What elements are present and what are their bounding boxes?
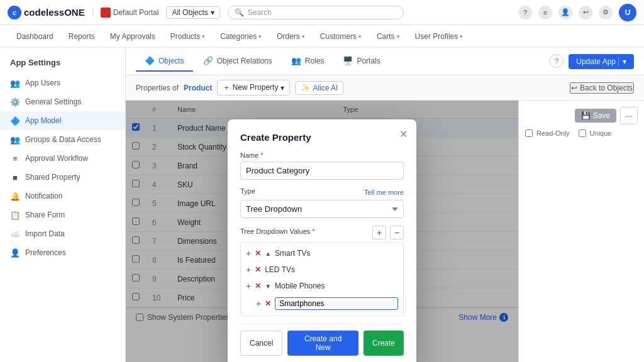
- tab-roles[interactable]: 👥 Roles: [282, 51, 333, 72]
- sidebar-item-app-model[interactable]: 🔷 App Model: [0, 111, 125, 130]
- update-app-label: Update App: [576, 57, 616, 66]
- tree-item-smart-tvs: + ✕ ▲ Smart TVs: [241, 245, 403, 261]
- nav-orders-chevron: ▾: [302, 33, 305, 40]
- tree-item-x-0[interactable]: ✕: [255, 249, 261, 258]
- sidebar-item-import-data[interactable]: ☁️ Import Data: [0, 224, 125, 243]
- nav-carts[interactable]: Carts▾: [370, 28, 406, 45]
- sidebar-label-import-data: Import Data: [25, 229, 65, 238]
- sidebar-item-general-settings[interactable]: ⚙️ General Settings: [0, 92, 125, 111]
- modal-title: Create Property: [240, 132, 404, 143]
- tab-object-relations[interactable]: 🔗 Object Relations: [194, 51, 281, 72]
- new-property-button[interactable]: ＋ New Property ▾: [217, 80, 290, 96]
- save-label: Save: [593, 111, 610, 120]
- tree-item-input-smartphones[interactable]: [275, 297, 398, 310]
- tree-label-row: Tree Dropdown Values * + −: [240, 226, 404, 239]
- groups-data-access-icon: 👥: [10, 134, 20, 145]
- sidebar-item-app-users[interactable]: 👥 App Users: [0, 74, 125, 92]
- sidebar-label-approval-workflow: Approval Workflow: [25, 154, 88, 163]
- tree-item-plus-3[interactable]: +: [256, 299, 261, 309]
- tab-portals[interactable]: 🖥️ Portals: [334, 51, 389, 72]
- portal-icon: [101, 8, 111, 18]
- read-only-checkbox[interactable]: [525, 129, 533, 137]
- sidebar-label-app-model: App Model: [25, 116, 61, 125]
- content-area: 🔷 Objects 🔗 Object Relations 👥 Roles 🖥️ …: [126, 48, 644, 362]
- nav-user-profiles[interactable]: User Profiles▾: [409, 28, 470, 45]
- nav-my-approvals[interactable]: My Approvals: [104, 28, 162, 45]
- unique-checkbox[interactable]: [579, 129, 586, 137]
- modal-close-button[interactable]: ✕: [399, 128, 408, 140]
- nav-reports[interactable]: Reports: [62, 28, 101, 45]
- nav-dashboard[interactable]: Dashboard: [10, 28, 60, 45]
- tree-item-smartphones: + ✕: [241, 294, 403, 313]
- tree-item-x-2[interactable]: ✕: [255, 282, 261, 290]
- save-icon: 💾: [581, 111, 591, 120]
- back-icon: ↩: [571, 84, 577, 92]
- avatar[interactable]: U: [619, 4, 636, 21]
- nav-products[interactable]: Products▾: [164, 28, 211, 45]
- user-add-icon[interactable]: 👤: [558, 6, 572, 19]
- portal-badge: Default Portal: [92, 8, 159, 18]
- sidebar-item-shared-property[interactable]: ■ Shared Property: [0, 168, 125, 187]
- search-placeholder: Search: [248, 8, 272, 17]
- nav-customers[interactable]: Customers▾: [314, 28, 368, 45]
- history-icon[interactable]: ↩: [579, 6, 592, 19]
- import-data-icon: ☁️: [10, 229, 20, 239]
- general-settings-icon: ⚙️: [10, 97, 20, 107]
- sidebar-label-shared-property: Shared Property: [25, 173, 80, 182]
- main-layout: App Settings 👥 App Users ⚙️ General Sett…: [0, 48, 644, 362]
- update-app-caret[interactable]: ▾: [618, 57, 626, 66]
- tree-item-caret-2[interactable]: ▼: [265, 283, 271, 290]
- sidebar-item-approval-workflow[interactable]: ≡ Approval Workflow: [0, 149, 125, 168]
- tree-values-required: *: [312, 228, 314, 235]
- modal-footer: Cancel Create and New Create: [240, 324, 404, 356]
- app-model-icon: 🔷: [10, 116, 20, 126]
- tree-item-plus-1[interactable]: +: [246, 265, 251, 275]
- type-select[interactable]: Tree Dropdown: [240, 200, 404, 218]
- cancel-button[interactable]: Cancel: [240, 331, 282, 356]
- all-objects-chevron: ▾: [211, 8, 214, 17]
- topbar: c codelessONE Default Portal All Objects…: [0, 0, 644, 25]
- alice-ai-button[interactable]: ✨ Alice AI: [295, 81, 343, 95]
- alice-ai-star: ✨: [301, 84, 310, 92]
- name-label: Name *: [240, 151, 404, 159]
- sidebar-item-share-form[interactable]: 📋 Share Form: [0, 206, 125, 224]
- nav-categories[interactable]: Categories▾: [214, 28, 268, 45]
- sidebar-item-groups-data-access[interactable]: 👥 Groups & Data Access: [0, 130, 125, 149]
- create-and-new-button[interactable]: Create and New: [287, 331, 358, 356]
- sidebar-label-app-users: App Users: [25, 79, 60, 87]
- portals-tab-icon: 🖥️: [343, 56, 353, 65]
- sidebar-item-preferences[interactable]: 👤 Preferences: [0, 243, 125, 262]
- name-input[interactable]: [240, 162, 404, 180]
- tree-item-label-0: Smart TVs: [275, 249, 398, 258]
- update-app-button[interactable]: Update App ▾: [569, 54, 634, 69]
- preferences-icon: 👤: [10, 248, 20, 258]
- notification-icon: 🔔: [10, 191, 20, 201]
- sidebar-item-notification[interactable]: 🔔 Notification: [0, 187, 125, 206]
- more-options-button[interactable]: ···: [620, 107, 638, 124]
- tree-item-plus-0[interactable]: +: [246, 248, 251, 258]
- tree-item-caret-0[interactable]: ▲: [265, 250, 271, 257]
- read-only-label: Read-Only: [536, 129, 570, 137]
- tree-item-mobile-phones: + ✕ ▼ Mobile Phones: [241, 278, 403, 294]
- all-objects-label: All Objects: [172, 8, 208, 17]
- tree-item-x-3[interactable]: ✕: [265, 299, 271, 308]
- type-row: Type Tell me more: [240, 187, 404, 197]
- app-users-icon: 👥: [10, 78, 20, 88]
- nav-orders[interactable]: Orders▾: [270, 28, 311, 45]
- tree-item-plus-2[interactable]: +: [246, 281, 251, 291]
- tell-me-more-link[interactable]: Tell me more: [364, 189, 404, 196]
- tab-objects[interactable]: 🔷 Objects: [136, 51, 193, 72]
- tree-remove-button[interactable]: −: [390, 226, 404, 239]
- tree-add-button[interactable]: +: [372, 226, 386, 239]
- tab-help-button[interactable]: ?: [550, 54, 564, 68]
- back-to-objects-button[interactable]: ↩ Back to Objects: [570, 82, 634, 94]
- all-objects-dropdown[interactable]: All Objects ▾: [166, 6, 219, 19]
- settings-icon[interactable]: ⚙: [599, 6, 613, 19]
- search-box[interactable]: 🔍 Search: [228, 6, 404, 19]
- logo-text: codelessONE: [24, 7, 85, 18]
- menu-icon[interactable]: ≡: [538, 6, 552, 19]
- tree-item-x-1[interactable]: ✕: [255, 265, 261, 274]
- create-button[interactable]: Create: [364, 331, 404, 356]
- save-button[interactable]: 💾 Save: [575, 109, 616, 123]
- help-icon[interactable]: ?: [518, 6, 532, 19]
